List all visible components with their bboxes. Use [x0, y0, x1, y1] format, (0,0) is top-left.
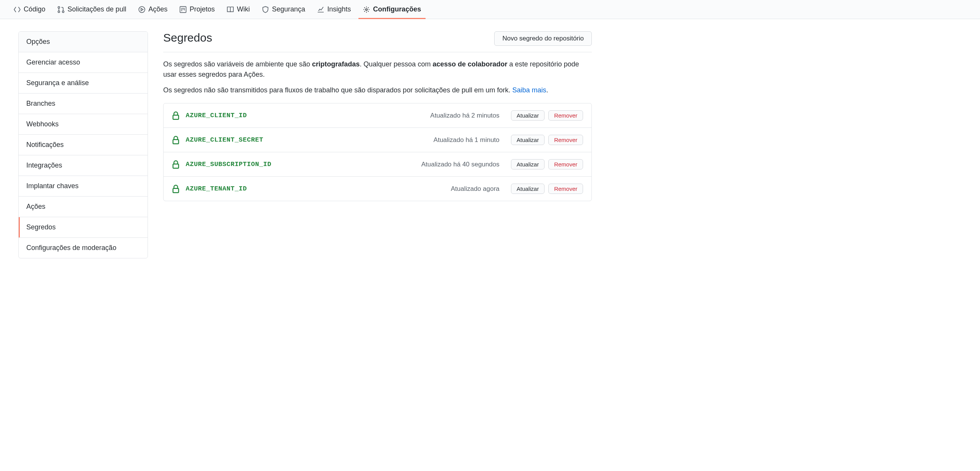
tab-insights[interactable]: Insights: [313, 0, 355, 19]
text-bold: acesso de colaborador: [432, 60, 507, 68]
svg-point-2: [58, 11, 60, 13]
secrets-description-1: Os segredos são variáveis de ambiente qu…: [163, 59, 592, 80]
sidebar-item-moderation[interactable]: Configurações de moderação: [19, 238, 148, 258]
sidebar-item-label: Branches: [26, 100, 55, 107]
sidebar-item-label: Integrações: [26, 161, 62, 169]
text: Os segredos não são transmitidos para fl…: [163, 86, 512, 94]
text-bold: criptografadas: [312, 60, 360, 68]
secret-actions: Atualizar Remover: [511, 159, 583, 169]
sidebar-item-label: Implantar chaves: [26, 182, 79, 190]
sidebar-item-manage-access[interactable]: Gerenciar acesso: [19, 52, 148, 73]
lock-icon: [172, 185, 180, 193]
sidebar-item-label: Segurança e análise: [26, 79, 89, 87]
sidebar-item-actions[interactable]: Ações: [19, 197, 148, 217]
sidebar-item-label: Segredos: [26, 223, 56, 231]
repo-nav-list: Código Solicitações de pull Ações Projet…: [9, 0, 971, 19]
play-icon: [138, 6, 145, 13]
sidebar-item-secrets[interactable]: Segredos: [19, 217, 148, 238]
update-secret-button[interactable]: Atualizar: [511, 184, 545, 194]
shield-icon: [262, 6, 269, 13]
secret-updated: Atualizado há 40 segundos: [421, 161, 500, 168]
lock-icon: [172, 111, 180, 120]
secret-actions: Atualizar Remover: [511, 110, 583, 121]
svg-point-5: [366, 8, 368, 10]
tab-label: Código: [24, 5, 45, 13]
secret-row: AZURE_SUBSCRIPTION_ID Atualizado há 40 s…: [164, 152, 591, 177]
remove-secret-button[interactable]: Remover: [548, 135, 583, 145]
secret-updated: Atualizado há 2 minutos: [430, 112, 499, 119]
tab-settings[interactable]: Configurações: [358, 0, 426, 19]
sidebar-item-label: Ações: [26, 203, 45, 210]
lock-icon: [172, 160, 180, 169]
svg-rect-6: [173, 115, 179, 119]
main-container: Opções Gerenciar acesso Segurança e anál…: [0, 19, 610, 271]
tab-pull-requests[interactable]: Solicitações de pull: [53, 0, 131, 19]
new-secret-button[interactable]: Novo segredo do repositório: [494, 31, 592, 46]
project-icon: [180, 6, 186, 13]
sidebar-item-deploy-keys[interactable]: Implantar chaves: [19, 176, 148, 197]
secret-updated: Atualizado agora: [451, 185, 500, 193]
sidebar-item-label: Webhooks: [26, 120, 59, 128]
page-title: Segredos: [163, 31, 212, 44]
secret-name: AZURE_SUBSCRIPTION_ID: [186, 161, 272, 168]
secret-row: AZURE_TENANT_ID Atualizado agora Atualiz…: [164, 177, 591, 201]
git-pull-request-icon: [58, 6, 64, 13]
tab-label: Insights: [327, 5, 351, 13]
secrets-description-2: Os segredos não são transmitidos para fl…: [163, 85, 592, 95]
sidebar-item-webhooks[interactable]: Webhooks: [19, 114, 148, 135]
tab-label: Segurança: [272, 5, 305, 13]
code-icon: [14, 6, 21, 13]
sidebar-item-label: Gerenciar acesso: [26, 58, 80, 66]
tab-code[interactable]: Código: [9, 0, 50, 19]
secrets-list: AZURE_CLIENT_ID Atualizado há 2 minutos …: [163, 103, 592, 201]
graph-icon: [317, 6, 324, 13]
tab-label: Ações: [148, 5, 167, 13]
content: Segredos Novo segredo do repositório Os …: [163, 31, 592, 258]
lock-icon: [172, 136, 180, 144]
tab-label: Configurações: [373, 5, 421, 13]
settings-sidebar: Opções Gerenciar acesso Segurança e anál…: [18, 31, 148, 258]
secret-name: AZURE_TENANT_ID: [186, 185, 247, 192]
update-secret-button[interactable]: Atualizar: [511, 159, 545, 169]
secret-actions: Atualizar Remover: [511, 184, 583, 194]
tab-projects[interactable]: Projetos: [175, 0, 219, 19]
sidebar-item-branches[interactable]: Branches: [19, 94, 148, 114]
svg-point-1: [62, 11, 64, 13]
tab-security[interactable]: Segurança: [257, 0, 310, 19]
secret-row: AZURE_CLIENT_SECRET Atualizado há 1 minu…: [164, 128, 591, 152]
gear-icon: [363, 6, 370, 13]
svg-rect-7: [173, 139, 179, 144]
page-header: Segredos Novo segredo do repositório: [163, 31, 592, 52]
text: Os segredos são variáveis de ambiente qu…: [163, 60, 312, 68]
svg-rect-9: [173, 188, 179, 192]
tab-label: Wiki: [237, 5, 250, 13]
secret-row: AZURE_CLIENT_ID Atualizado há 2 minutos …: [164, 103, 591, 128]
secret-name: AZURE_CLIENT_ID: [186, 112, 247, 119]
text: .: [546, 86, 548, 94]
tab-wiki[interactable]: Wiki: [222, 0, 254, 19]
sidebar-item-label: Notificações: [26, 141, 64, 148]
secret-name: AZURE_CLIENT_SECRET: [186, 136, 263, 144]
text: . Qualquer pessoa com: [360, 60, 432, 68]
update-secret-button[interactable]: Atualizar: [511, 135, 545, 145]
tab-actions[interactable]: Ações: [134, 0, 172, 19]
sidebar-item-integrations[interactable]: Integrações: [19, 155, 148, 176]
remove-secret-button[interactable]: Remover: [548, 159, 583, 169]
remove-secret-button[interactable]: Remover: [548, 110, 583, 121]
sidebar-item-notifications[interactable]: Notificações: [19, 135, 148, 155]
update-secret-button[interactable]: Atualizar: [511, 110, 545, 121]
svg-point-3: [139, 6, 145, 13]
sidebar-menu: Opções Gerenciar acesso Segurança e anál…: [18, 31, 148, 258]
tab-label: Solicitações de pull: [67, 5, 126, 13]
sidebar-item-security-analysis[interactable]: Segurança e análise: [19, 73, 148, 94]
sidebar-item-options[interactable]: Opções: [19, 32, 148, 52]
svg-point-0: [58, 6, 60, 8]
book-icon: [227, 6, 234, 13]
remove-secret-button[interactable]: Remover: [548, 184, 583, 194]
sidebar-item-label: Configurações de moderação: [26, 244, 116, 252]
svg-rect-8: [173, 164, 179, 168]
learn-more-link[interactable]: Saiba mais: [512, 86, 546, 94]
repo-nav: Código Solicitações de pull Ações Projet…: [0, 0, 980, 19]
secret-actions: Atualizar Remover: [511, 135, 583, 145]
secret-updated: Atualizado há 1 minuto: [434, 136, 500, 144]
